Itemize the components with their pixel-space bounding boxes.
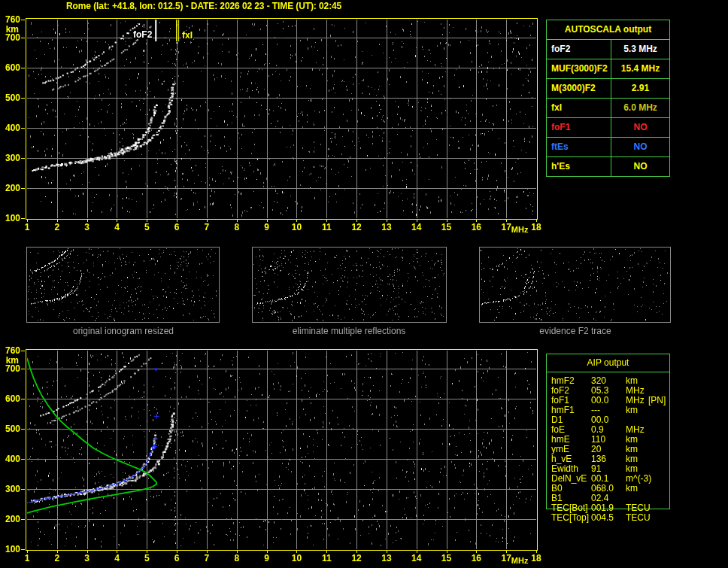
autoscala-row-fxi: fxI 6.0 MHz [547,99,669,118]
autoscala-row-value: 15.4 MHz [611,59,669,78]
autoscala-row-m3000f2: M(3000)F2 2.91 [547,79,669,99]
autoscala-row-label: foF2 [547,40,611,59]
aip-output-table: AIP output hmF2320km foF205.3MHz foF100.… [546,354,670,509]
autoscala-row-value: NO [611,118,669,137]
thumbnail-caption-eliminate: eliminate multiple reflections [251,326,447,336]
autoscala-row-value: 2.91 [611,79,669,98]
autoscala-row-value: 6.0 MHz [611,99,669,117]
aip-row-tectop: TEC[Top]004.5TECU [547,513,669,523]
aip-row-unit: TECU [626,513,651,523]
aip-row-unit: km [626,484,638,494]
autoscala-row-label: fxI [547,99,611,117]
autoscala-row-value: NO [611,157,669,176]
thumbnail-caption-evidence: evidence F2 trace [478,326,673,336]
page-title: Rome (lat: +41.8, lon: 012.5) - DATE: 20… [66,1,341,11]
aip-row-d1: D100.0 [547,415,669,425]
aip-table-rows: hmF2320km foF205.3MHz foF100.0MHz[PN] hm… [547,372,669,523]
autoscala-output-table: AUTOSCALA output foF2 5.3 MHz MUF(3000)F… [546,20,670,177]
thumbnail-original-ionogram [26,247,220,323]
autoscala-ionogram-page: Rome (lat: +41.8, lon: 012.5) - DATE: 20… [0,0,728,568]
autoscala-row-muf3000f2: MUF(3000)F2 15.4 MHz [547,59,669,79]
autoscala-table-header: AUTOSCALA output [547,20,669,40]
aip-row-unit: km [626,405,638,415]
thumbnail-eliminate-reflections [252,247,447,323]
fof2-annotation-label: foF2 [132,30,153,39]
autoscala-row-ftes: ftEs NO [547,138,669,157]
aip-row-extra: [PN] [648,396,666,405]
aip-row-value: 004.5 [591,513,614,523]
autoscala-row-label: h'Es [547,157,611,176]
aip-row-label: TEC[Top] [551,513,589,523]
autoscala-row-label: ftEs [547,138,611,156]
autoscala-row-fof2: foF2 5.3 MHz [547,40,669,59]
thumbnail-caption-original: original ionogram resized [26,326,221,336]
autoscala-row-value: 5.3 MHz [611,40,669,59]
autoscala-row-label: foF1 [547,118,611,137]
autoscala-row-label: MUF(3000)F2 [547,59,611,78]
autoscala-row-value: NO [611,138,669,156]
aip-table-header: AIP output [547,354,669,372]
fxi-annotation-label: fxI [181,31,193,40]
autoscala-row-hes: h'Es NO [547,157,669,176]
autoscala-row-fof1: foF1 NO [547,118,669,138]
thumbnail-evidence-f2-trace [479,247,671,323]
autoscala-row-label: M(3000)F2 [547,79,611,98]
